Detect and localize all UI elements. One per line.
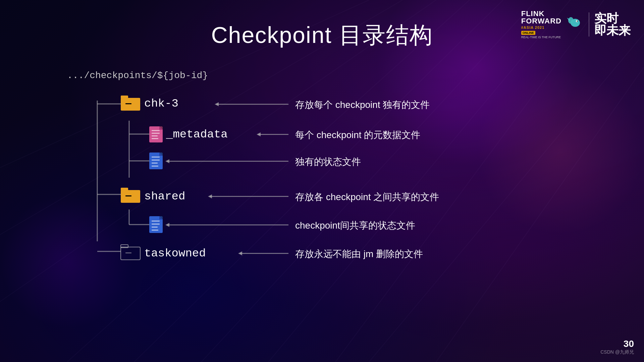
svg-text:存放永远不能由 jm 删除的文件: 存放永远不能由 jm 删除的文件 xyxy=(295,249,423,259)
svg-text:独有的状态文件: 独有的状态文件 xyxy=(295,157,361,167)
svg-marker-41 xyxy=(257,132,261,136)
svg-rect-46 xyxy=(152,157,160,158)
svg-rect-38 xyxy=(152,138,158,139)
svg-marker-51 xyxy=(165,159,169,163)
logo-area: FLINK FORWARD #ASIA 2021 ONLINE REAL-TIM… xyxy=(521,10,631,39)
svg-rect-48 xyxy=(152,163,158,164)
svg-rect-35 xyxy=(152,130,160,131)
svg-text:checkpoint间共享的状态文件: checkpoint间共享的状态文件 xyxy=(295,220,415,231)
author-text: CSDN @九师兄 xyxy=(600,349,634,355)
tree-svg: chk-3 存放每个 checkpoint 独有的文件 _metadata xyxy=(67,90,570,265)
bird-icon xyxy=(564,14,584,35)
svg-point-15 xyxy=(577,21,578,22)
svg-text:存放各 checkpoint 之间共享的文件: 存放各 checkpoint 之间共享的文件 xyxy=(295,192,439,202)
svg-rect-27 xyxy=(125,103,131,104)
asia-text: #ASIA 2021 xyxy=(521,25,561,29)
diagram: chk-3 存放每个 checkpoint 独有的文件 _metadata xyxy=(67,90,570,266)
svg-text:存放每个 checkpoint 独有的文件: 存放每个 checkpoint 独有的文件 xyxy=(295,100,430,110)
svg-text:每个 checkpoint 的元数据文件: 每个 checkpoint 的元数据文件 xyxy=(295,130,420,140)
flink-forward-logo: FLINK FORWARD #ASIA 2021 ONLINE REAL-TIM… xyxy=(521,10,584,39)
svg-rect-37 xyxy=(152,135,158,136)
online-badge: ONLINE xyxy=(521,31,535,35)
svg-rect-64 xyxy=(152,224,160,225)
svg-rect-63 xyxy=(152,221,160,222)
right-logo: 实时 即未来 xyxy=(589,12,631,37)
svg-rect-65 xyxy=(152,227,158,228)
dir-path: .../checkpoints/${job-id} xyxy=(67,70,208,81)
watermark: 30 CSDN @九师兄 xyxy=(600,339,634,355)
flink-text: FLINK xyxy=(521,10,561,17)
svg-text:chk-3: chk-3 xyxy=(144,97,178,110)
real-time-text: REAL-TIME IS THE FUTURE xyxy=(521,36,561,39)
svg-rect-66 xyxy=(152,230,158,231)
svg-marker-75 xyxy=(238,251,242,255)
svg-text:taskowned: taskowned xyxy=(144,247,206,260)
svg-text:_metadata: _metadata xyxy=(166,128,228,141)
svg-rect-72 xyxy=(125,252,131,253)
svg-rect-55 xyxy=(125,195,131,196)
svg-marker-68 xyxy=(165,223,169,227)
main-content: FLINK FORWARD #ASIA 2021 ONLINE REAL-TIM… xyxy=(0,0,644,362)
svg-rect-36 xyxy=(152,133,160,134)
page-number: 30 xyxy=(600,339,634,349)
svg-rect-49 xyxy=(152,166,158,167)
svg-marker-58 xyxy=(208,194,212,198)
svg-rect-47 xyxy=(152,160,160,161)
svg-text:shared: shared xyxy=(144,190,185,203)
chinese-logo-main: 实时 即未来 xyxy=(594,12,631,37)
svg-marker-30 xyxy=(215,102,219,106)
forward-text: FORWARD xyxy=(521,17,561,25)
